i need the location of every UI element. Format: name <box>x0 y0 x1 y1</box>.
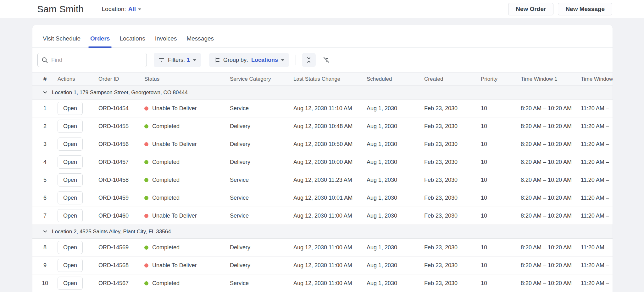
column-header-created[interactable]: Created <box>424 73 481 86</box>
service-category-cell: Service <box>230 274 293 292</box>
group-row[interactable]: Location 2, 4525 Saints Alley, Plant Cit… <box>32 225 613 239</box>
time-window-1-cell: 8:20 AM – 10:20 AM <box>521 257 581 274</box>
search-input[interactable] <box>51 57 143 63</box>
time-window-1-cell: 8:20 AM – 10:20 AM <box>521 207 581 225</box>
actions-cell: Open <box>58 100 98 117</box>
column-header-row-number[interactable]: # <box>32 73 58 86</box>
time-window-2-cell: 11:20 AM – <box>581 135 613 153</box>
open-order-button[interactable]: Open <box>58 138 83 151</box>
status-cell: Unable To Deliver <box>144 257 230 274</box>
row-number: 2 <box>32 117 58 135</box>
status-cell: Unable To Deliver <box>144 100 230 117</box>
tab-locations[interactable]: Locations <box>119 33 146 47</box>
status-label: Unable To Deliver <box>152 105 197 112</box>
order-id-cell: ORD-10456 <box>98 135 144 153</box>
row-number: 1 <box>32 100 58 117</box>
created-cell: Feb 23, 2030 <box>424 274 481 292</box>
orders-table-wrapper: #ActionsOrder IDStatusService CategoryLa… <box>32 72 613 292</box>
time-window-2-cell: 11:20 AM – <box>581 274 613 292</box>
open-order-button[interactable]: Open <box>58 155 83 169</box>
scheduled-cell: Aug 1, 2030 <box>367 171 424 189</box>
status-dot <box>144 160 148 164</box>
tab-orders[interactable]: Orders <box>90 33 110 47</box>
time-window-2-cell: 11:20 AM – <box>581 153 613 171</box>
open-order-button[interactable]: Open <box>58 173 83 187</box>
column-header-priority[interactable]: Priority <box>481 73 521 86</box>
filters-label: Filters: <box>168 57 185 63</box>
open-order-button[interactable]: Open <box>58 120 83 133</box>
open-order-button[interactable]: Open <box>58 259 83 272</box>
row-number: 8 <box>32 239 58 257</box>
last-status-change-cell: Aug 12, 2030 11:23 AM <box>293 171 367 189</box>
status-label: Completed <box>152 123 180 130</box>
column-header-time-window-1[interactable]: Time Window 1 <box>521 73 581 86</box>
time-window-1-cell: 8:20 AM – 10:20 AM <box>521 135 581 153</box>
orders-table: #ActionsOrder IDStatusService CategoryLa… <box>32 72 613 292</box>
group-label: Location 1, 179 Sampson Street, Georgeto… <box>52 89 188 96</box>
filters-dropdown[interactable]: Filters: 1 <box>154 53 201 67</box>
table-row: 3OpenORD-10456Unable To DeliverDeliveryA… <box>32 135 613 153</box>
clear-filters-button[interactable] <box>319 53 333 67</box>
status-cell: Completed <box>144 171 230 189</box>
filter-off-icon <box>323 56 330 64</box>
time-window-2-cell: 11:20 AM – <box>581 207 613 225</box>
tab-invoices[interactable]: Invoices <box>154 33 178 47</box>
status-dot <box>144 196 148 200</box>
toolbar-divider <box>296 55 296 65</box>
table-row: 1OpenORD-10454Unable To DeliverServiceAu… <box>32 100 613 117</box>
last-status-change-cell: Aug 12, 2030 10:00 AM <box>293 153 367 171</box>
status-label: Unable To Deliver <box>152 213 197 219</box>
scheduled-cell: Aug 1, 2030 <box>367 135 424 153</box>
collapse-all-button[interactable] <box>302 53 316 67</box>
status-cell: Unable To Deliver <box>144 207 230 225</box>
order-id-cell: ORD-10459 <box>98 189 144 207</box>
column-header-time-window-2[interactable]: Time Window 2 <box>581 73 613 86</box>
group-row[interactable]: Location 1, 179 Sampson Street, Georgeto… <box>32 86 613 100</box>
open-order-button[interactable]: Open <box>58 241 83 254</box>
row-number: 7 <box>32 207 58 225</box>
time-window-1-cell: 8:20 AM – 10:20 AM <box>521 100 581 117</box>
last-status-change-cell: Aug 12, 2030 11:10 AM <box>293 100 367 117</box>
search-box <box>37 53 147 67</box>
open-order-button[interactable]: Open <box>58 191 83 204</box>
location-value: All <box>128 6 136 13</box>
actions-cell: Open <box>58 171 98 189</box>
scheduled-cell: Aug 1, 2030 <box>367 189 424 207</box>
row-number: 6 <box>32 189 58 207</box>
order-id-cell: ORD-10460 <box>98 207 144 225</box>
open-order-button[interactable]: Open <box>58 102 83 115</box>
row-number: 9 <box>32 257 58 274</box>
time-window-2-cell: 11:20 AM – <box>581 171 613 189</box>
tab-bar: Visit ScheduleOrdersLocationsInvoicesMes… <box>32 25 613 48</box>
column-header-last-status-change[interactable]: Last Status Change <box>293 73 367 86</box>
service-category-cell: Delivery <box>230 239 293 257</box>
group-by-dropdown[interactable]: Group by: Locations <box>209 53 289 67</box>
service-category-cell: Delivery <box>230 135 293 153</box>
status-label: Completed <box>152 280 180 287</box>
column-header-scheduled[interactable]: Scheduled <box>367 73 424 86</box>
order-id-cell: ORD-10458 <box>98 171 144 189</box>
last-status-change-cell: Aug 12, 2030 10:01 AM <box>293 189 367 207</box>
open-order-button[interactable]: Open <box>58 277 83 290</box>
column-header-actions[interactable]: Actions <box>58 73 98 86</box>
priority-cell: 10 <box>481 100 521 117</box>
actions-cell: Open <box>58 117 98 135</box>
time-window-2-cell: 11:20 AM – <box>581 100 613 117</box>
priority-cell: 10 <box>481 207 521 225</box>
column-header-order-id[interactable]: Order ID <box>98 73 144 86</box>
table-row: 9OpenORD-14568Unable To DeliverDeliveryA… <box>32 257 613 274</box>
last-status-change-cell: Aug 12, 2030 11:00 AM <box>293 257 367 274</box>
tab-visit-schedule[interactable]: Visit Schedule <box>42 33 81 47</box>
orders-panel: Visit ScheduleOrdersLocationsInvoicesMes… <box>32 25 613 292</box>
open-order-button[interactable]: Open <box>58 209 83 222</box>
group-by-icon <box>214 57 220 63</box>
filters-count: 1 <box>187 57 190 63</box>
tab-messages[interactable]: Messages <box>186 33 214 47</box>
new-order-button[interactable]: New Order <box>508 3 553 15</box>
order-id-cell: ORD-14569 <box>98 239 144 257</box>
location-selector[interactable]: Location: All <box>102 6 141 13</box>
new-message-button[interactable]: New Message <box>558 3 612 15</box>
column-header-service-category[interactable]: Service Category <box>230 73 293 86</box>
status-cell: Completed <box>144 189 230 207</box>
column-header-status[interactable]: Status <box>144 73 230 86</box>
